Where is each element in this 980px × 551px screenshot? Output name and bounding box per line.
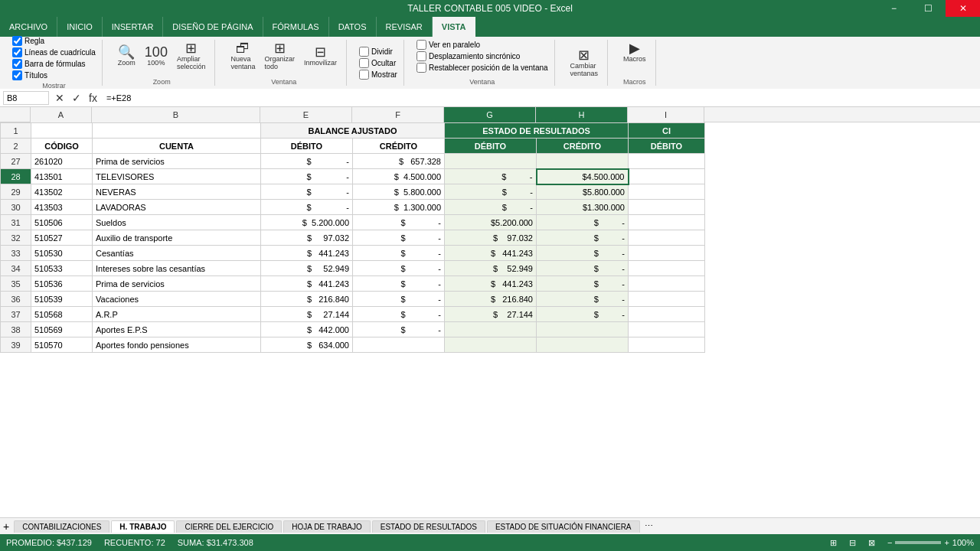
zoom-button[interactable]: 🔍 Zoom — [115, 44, 139, 68]
cell-f28[interactable]: $ 4.500.000 — [353, 169, 445, 184]
check-mostrar2[interactable]: Mostrar — [359, 70, 397, 80]
cell-g33[interactable]: $ 441.243 — [445, 246, 537, 261]
cell-b1[interactable] — [93, 123, 261, 139]
col-header-f[interactable]: F — [352, 107, 444, 122]
cell-h29[interactable]: $5.800.000 — [537, 184, 629, 200]
cell-f34[interactable]: $ - — [353, 261, 445, 276]
cell-i39[interactable] — [629, 337, 705, 353]
cell-e38[interactable]: $ 442.000 — [261, 322, 353, 337]
cell-h35[interactable]: $ - — [537, 276, 629, 292]
insert-function-icon[interactable]: fx — [86, 92, 100, 104]
cell-a35[interactable]: 510536 — [31, 276, 93, 292]
cell-e37[interactable]: $ 27.144 — [261, 307, 353, 322]
check-paralelo[interactable]: Ver en paralelo — [416, 40, 548, 50]
add-sheet-button[interactable]: + — [3, 520, 9, 533]
tab-contabilizaciones[interactable]: CONTABILIZACIONES — [14, 520, 109, 533]
cell-i31[interactable] — [629, 215, 705, 230]
cell-b29[interactable]: NEVERAS — [93, 184, 261, 200]
cell-i29[interactable] — [629, 184, 705, 200]
cell-e34[interactable]: $ 52.949 — [261, 261, 353, 276]
cell-a32[interactable]: 510527 — [31, 230, 93, 246]
zoom-in-button[interactable]: + — [944, 538, 949, 547]
cell-b37[interactable]: A.R.P — [93, 307, 261, 322]
check-cuadricula[interactable]: Líneas de cuadrícula — [12, 47, 96, 57]
cell-i38[interactable] — [629, 322, 705, 337]
cancel-formula-icon[interactable]: ✕ — [52, 92, 67, 104]
cell-f36[interactable]: $ - — [353, 292, 445, 307]
organizar-button[interactable]: ⊞ Organizartodo — [261, 40, 298, 72]
cell-g35[interactable]: $ 441.243 — [445, 276, 537, 292]
cell-b35[interactable]: Prima de servicios — [93, 276, 261, 292]
cell-h31[interactable]: $ - — [537, 215, 629, 230]
cell-i2[interactable]: DÉBITO — [629, 139, 705, 154]
cell-g27[interactable] — [445, 154, 537, 169]
zoom-out-button[interactable]: − — [887, 538, 892, 547]
cell-a27[interactable]: 261020 — [31, 154, 93, 169]
tab-hoja-trabajo[interactable]: HOJA DE TRABAJO — [283, 520, 371, 533]
cell-f27[interactable]: $ 657.328 — [353, 154, 445, 169]
view-normal-icon[interactable]: ⊞ — [830, 538, 837, 548]
zoom-slider[interactable] — [895, 541, 941, 544]
cell-g32[interactable]: $ 97.032 — [445, 230, 537, 246]
cell-a1[interactable] — [31, 123, 93, 139]
check-restablecer[interactable]: Restablecer posición de la ventana — [416, 63, 548, 73]
minimize-button[interactable]: − — [877, 0, 911, 17]
cell-f32[interactable]: $ - — [353, 230, 445, 246]
check-ocultar[interactable]: Ocultar — [359, 58, 397, 68]
confirm-formula-icon[interactable]: ✓ — [69, 92, 84, 104]
cell-b36[interactable]: Vacaciones — [93, 292, 261, 307]
cell-e27[interactable]: $ - — [261, 154, 353, 169]
cell-a33[interactable]: 510530 — [31, 246, 93, 261]
cell-f38[interactable]: $ - — [353, 322, 445, 337]
cell-h33[interactable]: $ - — [537, 246, 629, 261]
cell-h39[interactable] — [537, 337, 629, 353]
cell-b33[interactable]: Cesantías — [93, 246, 261, 261]
col-header-a[interactable]: A — [31, 107, 92, 122]
cell-e2[interactable]: DÉBITO — [261, 139, 353, 154]
cell-a29[interactable]: 413502 — [31, 184, 93, 200]
cell-gh1[interactable]: ESTADO DE RESULTADOS — [445, 123, 629, 139]
check-regla[interactable]: Regla — [12, 36, 96, 46]
cell-f37[interactable]: $ - — [353, 307, 445, 322]
cell-b27[interactable]: Prima de servicios — [93, 154, 261, 169]
cell-i27[interactable] — [629, 154, 705, 169]
cell-b34[interactable]: Intereses sobre las cesantías — [93, 261, 261, 276]
macros-button[interactable]: ▶ Macros — [620, 40, 649, 64]
maximize-button[interactable]: ☐ — [911, 0, 946, 17]
cell-a36[interactable]: 510539 — [31, 292, 93, 307]
cell-b39[interactable]: Aportes fondo pensiones — [93, 337, 261, 353]
cell-f2[interactable]: CRÉDITO — [353, 139, 445, 154]
cell-h2[interactable]: CRÉDITO — [537, 139, 629, 154]
cell-b38[interactable]: Aportes E.P.S — [93, 322, 261, 337]
cell-h27[interactable] — [537, 154, 629, 169]
tab-diseno[interactable]: DISEÑO DE PÁGINA — [163, 17, 263, 37]
cell-g30[interactable]: $ - — [445, 200, 537, 215]
cell-a34[interactable]: 510533 — [31, 261, 93, 276]
cell-e30[interactable]: $ - — [261, 200, 353, 215]
check-titulos[interactable]: Títulos — [12, 70, 96, 80]
cell-g37[interactable]: $ 27.144 — [445, 307, 537, 322]
cell-g29[interactable]: $ - — [445, 184, 537, 200]
cell-a38[interactable]: 510569 — [31, 322, 93, 337]
cell-f31[interactable]: $ - — [353, 215, 445, 230]
cell-b2[interactable]: CUENTA — [93, 139, 261, 154]
tab-h-trabajo[interactable]: H. TRABAJO — [111, 520, 175, 533]
cell-e33[interactable]: $ 441.243 — [261, 246, 353, 261]
tab-vista[interactable]: VISTA — [433, 17, 476, 37]
cell-g31[interactable]: $5.200.000 — [445, 215, 537, 230]
tab-revisar[interactable]: REVISAR — [377, 17, 433, 37]
cell-e32[interactable]: $ 97.032 — [261, 230, 353, 246]
cell-h37[interactable]: $ - — [537, 307, 629, 322]
cell-i36[interactable] — [629, 292, 705, 307]
nueva-ventana-button[interactable]: 🗗 Nuevaventana — [227, 40, 258, 72]
cell-g39[interactable] — [445, 337, 537, 353]
cell-h34[interactable]: $ - — [537, 261, 629, 276]
cell-b28[interactable]: TELEVISORES — [93, 169, 261, 184]
cell-i1[interactable]: CI — [629, 123, 705, 139]
formula-input[interactable] — [103, 93, 977, 103]
tab-cierre[interactable]: CIERRE DEL EJERCICIO — [176, 520, 282, 533]
tab-inicio[interactable]: INICIO — [57, 17, 103, 37]
cell-i33[interactable] — [629, 246, 705, 261]
view-preview-icon[interactable]: ⊠ — [868, 538, 875, 548]
cell-g28[interactable]: $ - — [445, 169, 537, 184]
